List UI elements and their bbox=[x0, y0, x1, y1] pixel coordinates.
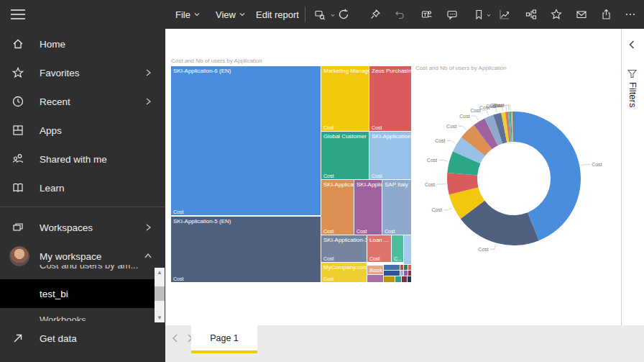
donut-value-label: Cost bbox=[425, 182, 435, 187]
treemap-tile-measure: Cost bbox=[369, 256, 380, 261]
treemap-tile[interactable]: SAP ItalyCost bbox=[382, 180, 411, 235]
filters-rail: Filters bbox=[621, 29, 644, 325]
donut-label-line bbox=[482, 110, 489, 114]
treemap-tile-label: Book... bbox=[367, 266, 383, 273]
treemap-tile[interactable]: Book... bbox=[367, 266, 383, 274]
hamburger-menu-icon[interactable] bbox=[10, 7, 26, 22]
treemap-tile[interactable]: SKI-Application-4...Cost bbox=[369, 132, 411, 179]
sidebar: Home Favorites Recent Apps Shared with m… bbox=[0, 0, 165, 362]
sidebar-item-label: Favorites bbox=[40, 68, 80, 78]
treemap-tile[interactable] bbox=[367, 275, 383, 282]
sidebar-item-home[interactable]: Home bbox=[0, 30, 165, 58]
treemap-tile[interactable]: Loan ...Cost bbox=[367, 235, 391, 262]
sidebar-item-apps[interactable]: Apps bbox=[0, 116, 165, 145]
treemap-tile-label: SKI-Application-4... bbox=[369, 132, 411, 140]
treemap-tile[interactable] bbox=[408, 265, 411, 270]
filter-funnel-icon[interactable] bbox=[627, 69, 637, 78]
treemap-tile[interactable]: SKI-Application-6 (EN)Cost bbox=[171, 66, 321, 215]
sidebar-scrollbar[interactable]: ▲ ▼ bbox=[155, 268, 165, 322]
bookmark-icon[interactable] bbox=[473, 9, 484, 20]
treemap-tile-measure: Cost bbox=[385, 229, 395, 234]
treemap-tile[interactable]: SKI-Applica...Cost bbox=[354, 180, 382, 235]
sidebar-item-get-data[interactable]: Get data bbox=[0, 324, 165, 353]
scroll-down-arrow[interactable]: ▼ bbox=[155, 313, 165, 322]
donut-label-line bbox=[438, 160, 448, 161]
workspace-content-item-selected[interactable]: test_bi bbox=[0, 279, 155, 308]
treemap-tile[interactable]: C... bbox=[392, 235, 403, 262]
sidebar-item-shared-with-me[interactable]: Shared with me bbox=[0, 145, 165, 173]
treemap-tile[interactable] bbox=[404, 235, 411, 264]
undo-icon[interactable] bbox=[393, 9, 405, 20]
filters-panel-label[interactable]: Filters bbox=[627, 82, 638, 107]
chevron-down-icon[interactable] bbox=[331, 14, 335, 17]
treemap-tile-label: Global Customer bbox=[321, 132, 369, 140]
treemap-tile[interactable]: SKI-Application-3 (E...Cost bbox=[321, 235, 367, 262]
treemap-tile-label: Marketing Manageme... bbox=[321, 66, 369, 74]
treemap-tile[interactable] bbox=[384, 276, 395, 282]
treemap-tile[interactable]: SKI-Application-5 (EN)Cost bbox=[171, 217, 321, 282]
star-icon bbox=[12, 66, 24, 79]
report-canvas: Cost and Nb of users by Application SKI-… bbox=[165, 29, 644, 325]
file-menu[interactable]: File bbox=[175, 0, 200, 29]
workspace-content-item-partial[interactable]: Cost and users by am... bbox=[0, 265, 155, 272]
collapse-chevron-left-icon[interactable] bbox=[629, 40, 635, 49]
treemap-tile[interactable] bbox=[400, 271, 403, 276]
subscribe-envelope-icon[interactable] bbox=[576, 9, 587, 20]
line-chart-icon[interactable] bbox=[499, 9, 510, 20]
treemap-plot[interactable]: SKI-Application-6 (EN)CostSKI-Applicatio… bbox=[171, 66, 411, 282]
comment-icon[interactable] bbox=[446, 9, 458, 20]
teams-chat-icon[interactable] bbox=[420, 9, 432, 20]
treemap-tile-label: SKI-Application-5 (EN) bbox=[171, 217, 321, 225]
export-share-icon[interactable] bbox=[601, 9, 612, 20]
explore-icon[interactable] bbox=[314, 9, 326, 20]
donut-label-line bbox=[447, 140, 456, 143]
previous-page-arrow[interactable] bbox=[171, 332, 180, 344]
chevron-up-icon bbox=[144, 252, 152, 261]
sidebar-item-workspaces[interactable]: Workspaces bbox=[0, 213, 165, 242]
treemap-tile[interactable] bbox=[402, 276, 407, 282]
treemap-tile[interactable] bbox=[384, 271, 400, 276]
treemap-tile[interactable]: SKI-Applicatio...Cost bbox=[321, 180, 354, 235]
scroll-up-arrow[interactable]: ▲ bbox=[155, 268, 165, 277]
share-nodes-icon[interactable] bbox=[525, 9, 537, 20]
treemap-tile[interactable] bbox=[400, 265, 403, 270]
treemap-tile[interactable]: Marketing Manageme...Cost bbox=[321, 66, 369, 131]
sidebar-item-recent[interactable]: Recent bbox=[0, 87, 165, 116]
sidebar-item-learn[interactable]: Learn bbox=[0, 173, 165, 202]
view-menu[interactable]: View bbox=[216, 0, 245, 29]
pin-icon[interactable] bbox=[369, 9, 381, 20]
page-tab[interactable]: Page 1 bbox=[191, 325, 257, 353]
workspace-content-item-partial[interactable]: Workbooks bbox=[0, 315, 155, 321]
donut-label-line bbox=[581, 165, 590, 166]
apps-grid-icon bbox=[12, 124, 24, 137]
donut-label-line bbox=[472, 116, 479, 120]
treemap-tile[interactable] bbox=[404, 271, 408, 276]
treemap-tile-measure: Cost bbox=[372, 125, 382, 130]
treemap-tile[interactable] bbox=[384, 265, 400, 270]
donut-svg[interactable]: CostCostCostCostCostCostCostCostCostCost… bbox=[415, 69, 624, 292]
treemap-tile[interactable] bbox=[404, 265, 408, 270]
donut-chart[interactable]: CostCostCostCostCostCostCostCostCostCost… bbox=[415, 69, 624, 292]
donut-value-label: Cost bbox=[459, 114, 469, 119]
toolbar: File View Edit report bbox=[165, 0, 644, 29]
edit-report-button[interactable]: Edit report bbox=[256, 0, 299, 29]
refresh-icon[interactable] bbox=[338, 9, 349, 20]
donut-value-label: Cost bbox=[427, 158, 437, 163]
treemap-tile-measure: Cost bbox=[323, 276, 334, 281]
sidebar-item-label: Get data bbox=[40, 333, 77, 344]
treemap-tile[interactable] bbox=[395, 276, 401, 282]
scrollbar-thumb[interactable] bbox=[155, 286, 165, 301]
treemap-tile[interactable] bbox=[408, 271, 411, 276]
treemap-tile-label: SKI-Applicatio... bbox=[321, 180, 354, 188]
treemap-tile[interactable]: MyCompany.com M...Cost bbox=[321, 263, 367, 282]
treemap-tile-label: SKI-Application-6 (EN) bbox=[171, 66, 321, 74]
treemap-tile[interactable] bbox=[408, 276, 411, 282]
more-icon[interactable] bbox=[625, 9, 636, 20]
favorite-star-icon[interactable] bbox=[551, 9, 562, 20]
sidebar-item-favorites[interactable]: Favorites bbox=[0, 58, 165, 87]
treemap-tile[interactable]: Zeus Purchasin...Cost bbox=[369, 66, 411, 131]
treemap-tile[interactable]: Global CustomerCost bbox=[321, 132, 369, 179]
treemap-title: Cost and Nb of users by Application bbox=[171, 58, 262, 64]
chevron-down-icon[interactable] bbox=[487, 14, 491, 17]
treemap-tile-measure: Cost bbox=[173, 276, 183, 281]
